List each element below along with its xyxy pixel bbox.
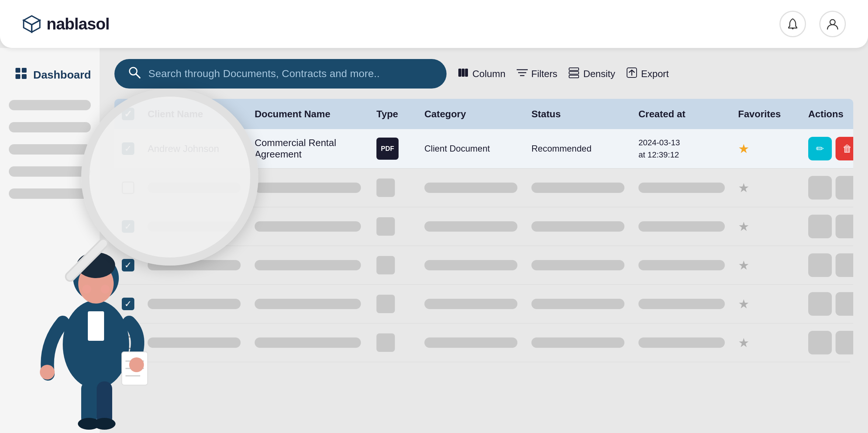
star-empty-icon[interactable]: ★ [738,258,749,272]
svg-rect-12 [462,69,465,77]
row4-cat [424,260,528,270]
table-row: ★ [114,323,853,362]
table-row: ✓ Andrew Johnson Commercial Rental Agree… [114,129,853,169]
row1-checkbox[interactable]: ✓ [122,142,144,155]
svg-marker-0 [24,16,40,25]
sidebar-item-4[interactable] [9,166,91,177]
export-icon [626,67,637,81]
sidebar-dashboard-item[interactable]: Dashboard [9,63,91,87]
row6-client [148,337,251,348]
sidebar-item-2[interactable] [9,122,91,132]
action-placeholder-5 [808,253,832,277]
row2-checkbox[interactable] [122,181,144,194]
row4-fav[interactable]: ★ [738,258,805,273]
row2-status [531,183,635,193]
action-placeholder-4 [836,215,853,238]
filters-label: Filters [531,68,558,80]
svg-rect-6 [22,68,27,73]
row2-fav[interactable]: ★ [738,180,805,195]
logo-text: nablasol [46,15,110,33]
th-favorites: Favorites [738,108,805,120]
table-header: ✓ Client Name Document Name Type Categor… [114,99,853,129]
star-empty-icon[interactable]: ★ [738,181,749,195]
star-empty-icon[interactable]: ★ [738,219,749,233]
star-filled-icon[interactable]: ★ [738,142,749,156]
edit-button[interactable]: ✏ [808,137,832,160]
row5-fav[interactable]: ★ [738,297,805,311]
sidebar-item-1[interactable] [9,100,91,110]
export-button[interactable]: Export [626,67,669,81]
density-icon [568,67,579,81]
column-button[interactable]: Column [458,67,506,81]
header-checkbox[interactable]: ✓ [122,108,134,120]
svg-point-4 [830,20,835,25]
filters-icon [517,68,528,80]
export-label: Export [641,68,669,80]
svg-rect-17 [569,68,579,70]
filters-button[interactable]: Filters [517,68,558,80]
star-empty-icon[interactable]: ★ [738,297,749,311]
row6-actions [808,331,853,354]
svg-point-35 [93,418,116,430]
density-button[interactable]: Density [568,67,615,81]
th-actions: Actions [808,108,853,120]
action-placeholder-3 [808,215,832,238]
table-row: ✓ ★ [114,246,853,285]
row4-type [376,256,421,274]
sidebar-item-5[interactable] [9,188,91,199]
logo: nablasol [22,14,110,34]
row3-actions [808,215,853,238]
th-created-at: Created at [638,108,734,120]
row3-fav[interactable]: ★ [738,219,805,234]
row1-status: Recommended [531,143,635,154]
svg-point-3 [792,28,794,30]
star-empty-icon[interactable]: ★ [738,336,749,350]
row6-fav[interactable]: ★ [738,335,805,350]
search-icon [128,66,141,82]
svg-point-39 [101,285,110,294]
row6-doc [255,337,373,348]
dashboard-label: Dashboard [33,69,91,81]
svg-line-10 [136,74,140,78]
row3-doc [255,221,373,232]
table-row: ✓ ★ [114,285,853,323]
row4-client [148,260,251,270]
action-placeholder-7 [808,292,832,316]
top-bar: nablasol [0,0,868,48]
row1-category: Client Document [424,143,528,154]
row1-actions: ✏ 🗑 [808,137,853,160]
th-type: Type [376,108,421,120]
action-placeholder-9 [808,331,832,354]
user-avatar[interactable] [819,11,846,37]
sidebar-item-3[interactable] [9,144,91,155]
svg-rect-11 [458,69,461,77]
row3-client [148,221,251,232]
th-checkbox: ✓ [122,108,144,120]
content-area: Search through Documents, Contracts and … [100,48,868,433]
th-document-name: Document Name [255,108,373,120]
svg-rect-5 [16,68,20,73]
svg-marker-1 [32,20,40,32]
notification-bell[interactable] [779,11,806,37]
row1-favorites[interactable]: ★ [738,141,805,156]
row2-doc [255,183,373,193]
row5-cat [424,299,528,309]
th-category: Category [424,108,528,120]
delete-button[interactable]: 🗑 [836,137,853,160]
action-placeholder-1 [808,176,832,200]
row3-cat [424,221,528,232]
svg-rect-7 [16,74,20,79]
search-bar[interactable]: Search through Documents, Contracts and … [114,59,447,89]
row2-type [376,179,421,197]
logo-icon [22,14,41,34]
svg-rect-13 [465,69,468,77]
row3-status [531,221,635,232]
table-row: ✓ ★ [114,207,853,246]
person-illustration [37,204,155,433]
svg-rect-27 [88,311,104,341]
action-placeholder-2 [836,176,853,200]
column-label: Column [472,68,506,80]
row4-status [531,260,635,270]
svg-point-26 [77,252,115,278]
row1-created-at: 2024-03-13 at 12:39:12 [638,136,734,161]
